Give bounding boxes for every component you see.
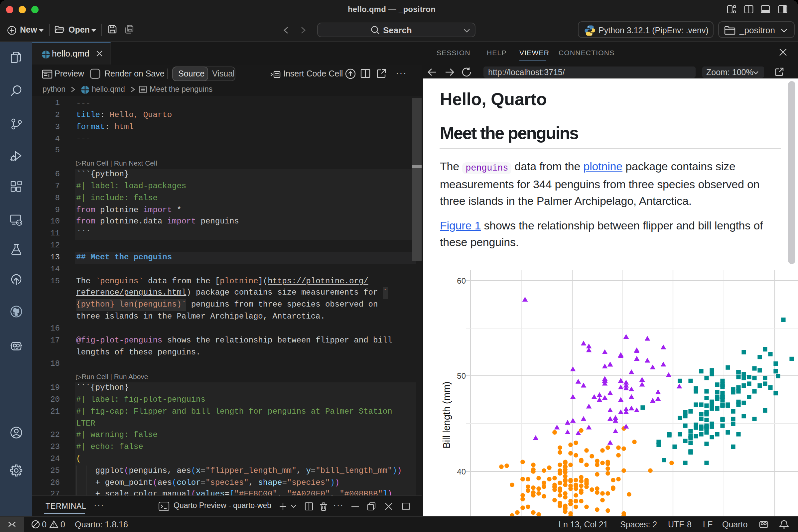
svg-text:50: 50 [457,372,466,380]
svg-text:Bill length (mm): Bill length (mm) [441,381,452,448]
svg-text:60: 60 [457,276,466,285]
svg-text:40: 40 [457,467,466,476]
